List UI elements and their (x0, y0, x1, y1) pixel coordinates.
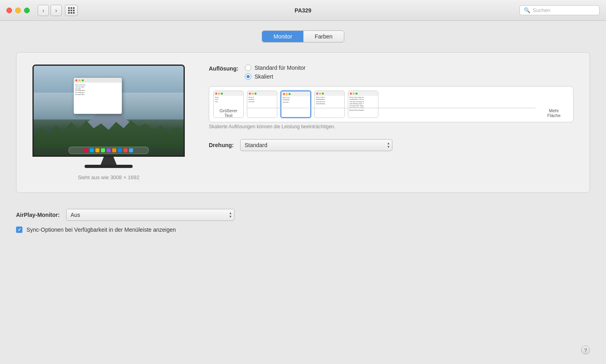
radio-standard-label: Standard für Monitor (255, 65, 306, 71)
radio-skaliert-label: Skaliert (255, 73, 273, 80)
maximize-button[interactable] (24, 8, 30, 13)
scale-area: Here's to the craz... (209, 86, 574, 129)
scale-item-4[interactable]: Here's to the cr troublemakers. ones who… (314, 91, 345, 118)
tab-monitor[interactable]: Monitor (262, 31, 303, 42)
scale-preview-3: Here's to th troublemak ones who... (281, 91, 311, 118)
checkmark-icon: ✓ (18, 227, 21, 233)
sync-checkbox[interactable]: ✓ (16, 226, 22, 233)
scale-item-1[interactable]: Here's to the craz... (213, 91, 244, 118)
monitor-screen: Here's to the crazyones, the misfits,the… (34, 66, 184, 156)
back-button[interactable]: ‹ (38, 5, 49, 16)
scale-preview-4: Here's to the cr troublemakers. ones who… (314, 91, 345, 118)
sync-label: Sync-Optionen bei Verfügbarkeit in der M… (26, 226, 176, 233)
airplay-select-wrapper: Aus ▲ ▼ (66, 209, 234, 221)
scale-item-3[interactable]: Here's to th troublemak ones who... (281, 91, 311, 118)
drehung-select-wrapper: Standard 90° 180° 270° ▲ ▼ (240, 139, 392, 151)
traffic-lights (6, 8, 30, 13)
airplay-label: AirPlay-Monitor: (16, 212, 60, 218)
scale-right-label: MehrFläche (539, 108, 569, 118)
scale-item-2[interactable]: Here's to troublem... ones who (247, 91, 277, 118)
scale-separator (247, 108, 535, 108)
scale-preview-1: Here's to the craz... (213, 91, 244, 118)
sync-row: ✓ Sync-Optionen bei Verfügbarkeit in der… (16, 226, 590, 233)
bottom-section: AirPlay-Monitor: Aus ▲ ▼ ✓ Sync-Optionen… (0, 202, 606, 239)
forward-button[interactable]: › (50, 5, 62, 16)
radio-standard[interactable]: Standard für Monitor (245, 65, 306, 71)
grid-icon (68, 7, 75, 14)
scale-item-5[interactable]: Here's to the crazy one troublemakers. T… (348, 91, 378, 118)
main-content: Monitor Farben (0, 21, 606, 202)
scale-preview-2: Here's to troublem... ones who (247, 91, 277, 118)
help-button[interactable]: ? (581, 346, 590, 354)
tab-farben[interactable]: Farben (303, 31, 343, 42)
monitor-caption: Sieht aus wie 3008 × 1692 (78, 174, 139, 180)
drehung-label: Drehung: (209, 142, 234, 148)
scale-options-container: Here's to the craz... (209, 86, 574, 122)
grid-button[interactable] (65, 5, 78, 16)
forward-icon: › (55, 7, 57, 14)
tab-group: Monitor Farben (262, 30, 344, 42)
scale-hint: Skalierte Auflösungen können die Leistun… (209, 124, 574, 129)
floating-window: Here's to the crazyones, the misfits,the… (74, 78, 122, 114)
question-mark-icon: ? (584, 347, 587, 353)
minimize-button[interactable] (15, 8, 21, 13)
window-title: PA329 (295, 7, 311, 14)
settings-section: Auflösung: Standard für Monitor Skaliert (209, 65, 574, 151)
monitor-frame: Here's to the crazyones, the misfits,the… (32, 65, 185, 157)
radio-standard-circle (245, 65, 251, 71)
scale-preview-5: Here's to the crazy one troublemakers. T… (348, 91, 378, 118)
monitor-dock (69, 147, 149, 154)
radio-skaliert-circle (245, 73, 251, 80)
resolution-options: Standard für Monitor Skaliert (245, 65, 306, 80)
search-box[interactable]: 🔍 (519, 5, 600, 15)
airplay-select[interactable]: Aus (66, 209, 234, 221)
back-icon: ‹ (42, 7, 44, 14)
airplay-row: AirPlay-Monitor: Aus ▲ ▼ (16, 209, 590, 221)
nav-buttons: ‹ › (38, 5, 62, 16)
resolution-row: Auflösung: Standard für Monitor Skaliert (209, 65, 574, 80)
monitor-preview-section: Here's to the crazyones, the misfits,the… (32, 65, 185, 180)
drehung-row: Drehung: Standard 90° 180° 270° ▲ ▼ (209, 139, 574, 151)
drehung-select[interactable]: Standard 90° 180° 270° (240, 139, 392, 151)
search-icon: 🔍 (524, 7, 530, 13)
titlebar: ‹ › PA329 🔍 (0, 0, 606, 21)
close-button[interactable] (6, 8, 12, 13)
tab-bar: Monitor Farben (16, 30, 590, 42)
settings-panel: Here's to the crazyones, the misfits,the… (16, 52, 590, 193)
resolution-label: Auflösung: (209, 65, 238, 72)
search-input[interactable] (533, 7, 595, 13)
radio-skaliert[interactable]: Skaliert (245, 73, 306, 80)
